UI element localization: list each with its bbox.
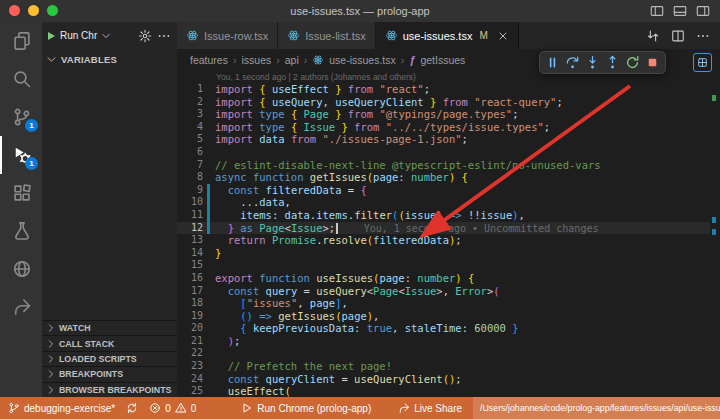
step-out-icon bbox=[605, 55, 620, 70]
more-actions-icon[interactable] bbox=[157, 29, 171, 43]
code-line-3[interactable]: 3import type { Page } from "@typings/pag… bbox=[177, 108, 710, 121]
code-line-14[interactable]: 14} bbox=[177, 247, 710, 260]
chevron-right-icon bbox=[46, 369, 56, 379]
breadcrumb-item-issues[interactable]: issues bbox=[241, 54, 271, 66]
activity-item-run-debug[interactable]: 1 bbox=[0, 136, 42, 174]
start-debug-icon[interactable] bbox=[48, 32, 55, 40]
section-watch[interactable]: WATCH bbox=[42, 320, 177, 335]
line-number: 7 bbox=[177, 159, 203, 172]
layout-secondary-sidebar-icon[interactable] bbox=[696, 4, 710, 18]
problems-indicator[interactable]: 0 0 bbox=[149, 402, 196, 414]
file-path-indicator[interactable]: /Users/johannes/code/prolog-app/features… bbox=[473, 397, 720, 419]
code-line-4[interactable]: 4import type { Issue } from "../../types… bbox=[177, 121, 710, 134]
variables-label: VARIABLES bbox=[61, 54, 117, 65]
activity-item-remote-explorer[interactable] bbox=[0, 250, 42, 288]
code-text: import type { Page } from "@typings/page… bbox=[210, 108, 519, 121]
section-label: LOADED SCRIPTS bbox=[59, 354, 137, 364]
code-text: const filteredData = { bbox=[210, 184, 367, 197]
activity-bar: 11 bbox=[0, 22, 42, 397]
activity-item-live-share[interactable] bbox=[0, 288, 42, 326]
line-number: 18 bbox=[177, 297, 203, 310]
code-text: ...data, bbox=[210, 196, 291, 209]
search-icon bbox=[12, 69, 32, 89]
code-line-24[interactable]: 24 const queryClient = useQueryClient(); bbox=[177, 373, 710, 386]
code-line-10[interactable]: 10 ...data, bbox=[177, 196, 710, 209]
live-share-label: Live Share bbox=[414, 403, 462, 414]
code-text: // eslint-disable-next-line @typescript-… bbox=[210, 159, 601, 172]
code-line-9[interactable]: 9 const filteredData = { bbox=[177, 184, 710, 197]
code-line-6[interactable]: 6 bbox=[177, 146, 710, 159]
line-number: 24 bbox=[177, 373, 203, 386]
line-number: 12 bbox=[177, 222, 203, 235]
code-line-20[interactable]: 20 { keepPreviousData: true, staleTime: … bbox=[177, 322, 710, 335]
restart-button[interactable] bbox=[624, 54, 641, 71]
section-loaded-scripts[interactable]: LOADED SCRIPTS bbox=[42, 351, 177, 366]
breadcrumb-item-api[interactable]: api bbox=[285, 54, 299, 66]
chevron-right-icon bbox=[46, 385, 56, 395]
split-editor-icon[interactable] bbox=[671, 29, 685, 43]
window-title: use-issues.tsx — prolog-app bbox=[0, 0, 720, 22]
overview-ruler[interactable] bbox=[710, 71, 720, 397]
step-into-button[interactable] bbox=[584, 54, 601, 71]
code-line-19[interactable]: 19 () => getIssues(page), bbox=[177, 310, 710, 323]
layout-panel-icon[interactable] bbox=[673, 4, 687, 18]
code-line-15[interactable]: 15 bbox=[177, 259, 710, 272]
sync-indicator[interactable] bbox=[126, 402, 138, 414]
line-number: 4 bbox=[177, 121, 203, 134]
section-breakpoints[interactable]: BREAKPOINTS bbox=[42, 366, 177, 381]
code-line-23[interactable]: 23 // Prefetch the next page! bbox=[177, 360, 710, 373]
branch-indicator[interactable]: debugging-exercise* bbox=[8, 402, 115, 414]
code-line-25[interactable]: 25 useEffect( bbox=[177, 385, 710, 397]
tab-bar: Issue-row.tsxIssue-list.tsxuse-issues.ts… bbox=[177, 22, 720, 49]
breadcrumb-item-use-issues-tsx[interactable]: use-issues.tsx bbox=[329, 54, 396, 66]
code-line-7[interactable]: 7// eslint-disable-next-line @typescript… bbox=[177, 159, 710, 172]
react-icon bbox=[385, 29, 398, 42]
code-text: import { useQuery, useQueryClient } from… bbox=[210, 96, 563, 109]
code-line-12[interactable]: 12 } as Page<Issue>;You, 1 second ago • … bbox=[177, 222, 710, 235]
code-line-1[interactable]: 1import { useEffect } from "react"; bbox=[177, 83, 710, 96]
breadcrumb-separator: › bbox=[233, 54, 237, 66]
code-line-16[interactable]: 16export function useIssues(page: number… bbox=[177, 272, 710, 285]
breadcrumb-item-features[interactable]: features bbox=[190, 54, 228, 66]
grid-icon bbox=[697, 57, 708, 68]
code-text: const query = useQuery<Page<Issue>, Erro… bbox=[210, 285, 500, 298]
tab-issue-list-tsx[interactable]: Issue-list.tsx bbox=[278, 22, 376, 49]
section-browser-breakpoints[interactable]: BROWSER BREAKPOINTS bbox=[42, 382, 177, 397]
code-line-5[interactable]: 5import data from "./issues-page-1.json"… bbox=[177, 133, 710, 146]
code-line-11[interactable]: 11 items: data.items.filter((issue) => !… bbox=[177, 209, 710, 222]
section-call-stack[interactable]: CALL STACK bbox=[42, 335, 177, 350]
code-text bbox=[210, 259, 215, 272]
step-out-button[interactable] bbox=[604, 54, 621, 71]
code-line-13[interactable]: 13 return Promise.resolve(filteredData); bbox=[177, 234, 710, 247]
react-icon bbox=[186, 29, 199, 42]
activity-item-testing[interactable] bbox=[0, 212, 42, 250]
breadcrumb-item-getissues[interactable]: getIssues bbox=[420, 54, 465, 66]
debug-config-dropdown[interactable]: Run Chr bbox=[60, 30, 111, 41]
more-actions-icon[interactable] bbox=[696, 29, 710, 43]
stop-button[interactable] bbox=[644, 54, 661, 71]
step-over-button[interactable] bbox=[564, 54, 581, 71]
activity-item-source-control[interactable]: 1 bbox=[0, 98, 42, 136]
section-label: BROWSER BREAKPOINTS bbox=[59, 385, 171, 395]
tab-issue-row-tsx[interactable]: Issue-row.tsx bbox=[177, 22, 278, 49]
code-line-21[interactable]: 21 ); bbox=[177, 335, 710, 348]
activity-item-search[interactable] bbox=[0, 60, 42, 98]
code-line-17[interactable]: 17 const query = useQuery<Page<Issue>, E… bbox=[177, 285, 710, 298]
live-share-button[interactable]: Live Share bbox=[398, 402, 462, 414]
code-line-8[interactable]: 8async function getIssues(page: number) … bbox=[177, 171, 710, 184]
chevron-right-icon bbox=[46, 354, 56, 364]
code-line-2[interactable]: 2import { useQuery, useQueryClient } fro… bbox=[177, 96, 710, 109]
tab-use-issues-tsx[interactable]: use-issues.tsxM bbox=[376, 22, 519, 49]
gear-icon[interactable] bbox=[138, 29, 152, 43]
open-changes-icon[interactable] bbox=[646, 29, 660, 43]
layout-sidebar-icon[interactable] bbox=[650, 4, 664, 18]
pause-button[interactable] bbox=[544, 54, 561, 71]
run-task-indicator[interactable]: Run Chrome (prolog-app) bbox=[241, 402, 371, 414]
activity-item-extensions[interactable] bbox=[0, 174, 42, 212]
editor-grid-icon[interactable] bbox=[693, 53, 712, 72]
activity-item-explorer[interactable] bbox=[0, 22, 42, 60]
code-line-18[interactable]: 18 ["issues", page], bbox=[177, 297, 710, 310]
variables-section-header[interactable]: VARIABLES bbox=[42, 49, 177, 69]
code-line-22[interactable]: 22 bbox=[177, 347, 710, 360]
close-icon[interactable] bbox=[497, 30, 509, 42]
